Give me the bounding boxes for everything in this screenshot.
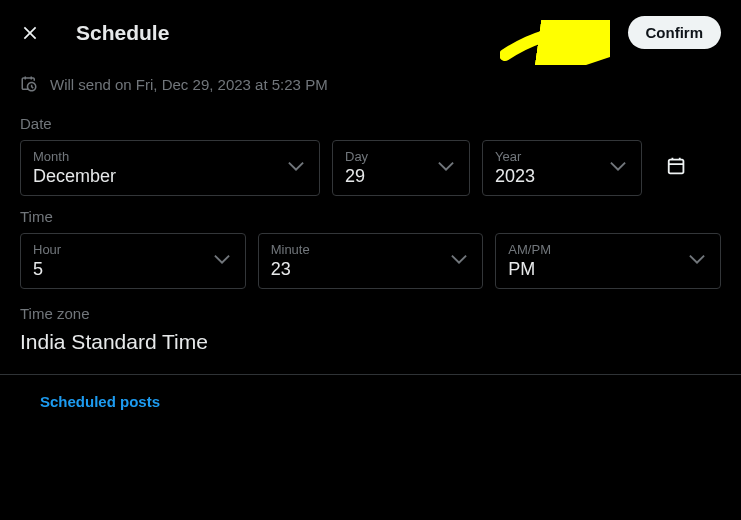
chevron-down-icon: [285, 155, 307, 181]
chevron-down-icon: [211, 248, 233, 274]
time-section: Time Hour 5 Minute 23 AM/PM PM: [0, 196, 741, 289]
day-select[interactable]: Day 29: [332, 140, 470, 196]
minute-value: 23: [271, 259, 471, 280]
date-section: Date Month December Day 29 Year 2023: [0, 103, 741, 196]
header: Schedule Confirm: [0, 0, 741, 65]
timezone-section: Time zone India Standard Time: [0, 289, 741, 374]
confirm-button[interactable]: Confirm: [628, 16, 722, 49]
timezone-label: Time zone: [20, 305, 721, 322]
schedule-info-row: Will send on Fri, Dec 29, 2023 at 5:23 P…: [0, 65, 741, 103]
month-label: Month: [33, 149, 307, 164]
year-select[interactable]: Year 2023: [482, 140, 642, 196]
chevron-down-icon: [435, 155, 457, 181]
chevron-down-icon: [607, 155, 629, 181]
timezone-value: India Standard Time: [20, 330, 721, 354]
hour-select[interactable]: Hour 5: [20, 233, 246, 289]
month-select[interactable]: Month December: [20, 140, 320, 196]
time-section-label: Time: [20, 208, 721, 225]
ampm-label: AM/PM: [508, 242, 708, 257]
date-row: Month December Day 29 Year 2023: [20, 140, 721, 196]
schedule-icon: [20, 75, 38, 93]
ampm-value: PM: [508, 259, 708, 280]
close-icon[interactable]: [20, 23, 40, 43]
month-value: December: [33, 166, 307, 187]
calendar-icon[interactable]: [666, 155, 688, 181]
minute-label: Minute: [271, 242, 471, 257]
date-section-label: Date: [20, 115, 721, 132]
hour-value: 5: [33, 259, 233, 280]
ampm-select[interactable]: AM/PM PM: [495, 233, 721, 289]
scheduled-posts-link[interactable]: Scheduled posts: [0, 375, 200, 428]
page-title: Schedule: [76, 21, 628, 45]
schedule-info-text: Will send on Fri, Dec 29, 2023 at 5:23 P…: [50, 76, 328, 93]
hour-label: Hour: [33, 242, 233, 257]
chevron-down-icon: [686, 248, 708, 274]
chevron-down-icon: [448, 248, 470, 274]
minute-select[interactable]: Minute 23: [258, 233, 484, 289]
time-row: Hour 5 Minute 23 AM/PM PM: [20, 233, 721, 289]
